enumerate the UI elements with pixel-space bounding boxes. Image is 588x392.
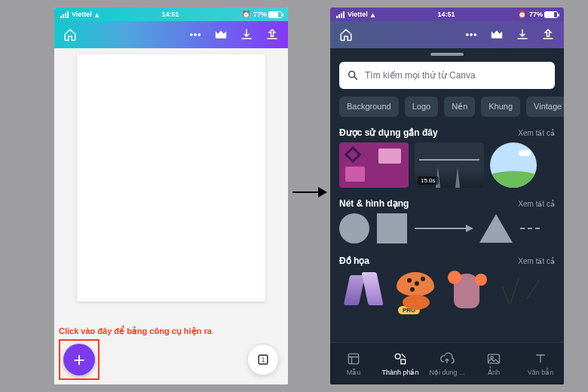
wifi-icon	[95, 11, 99, 19]
photo-icon	[486, 351, 501, 366]
graphic-item[interactable]	[445, 271, 492, 313]
annotation-text: Click vào đây để bảng công cụ hiện ra	[59, 326, 212, 336]
crown-icon[interactable]	[490, 28, 504, 41]
shape-dashed-line[interactable]	[520, 228, 540, 229]
tab-background[interactable]: Background	[339, 96, 399, 117]
svg-point-2	[198, 34, 201, 36]
section-shapes-head: Nét & hình dạng Xem tất cả	[330, 195, 564, 213]
elements-icon	[393, 351, 408, 366]
recent-item-video[interactable]: 15.0s	[415, 142, 484, 188]
nav-photos[interactable]: Ảnh	[470, 343, 517, 384]
share-icon[interactable]	[265, 28, 279, 41]
battery-icon	[268, 11, 282, 18]
plus-icon: +	[73, 348, 84, 372]
shapes-strip	[330, 213, 564, 253]
signal-icon	[336, 11, 345, 18]
tab-logo[interactable]: Logo	[405, 96, 438, 117]
download-icon[interactable]	[240, 28, 253, 41]
section-shapes-title: Nét & hình dạng	[339, 198, 409, 209]
nav-label: Nội dung ...	[429, 369, 464, 376]
section-graphics-title: Đồ họa	[339, 256, 369, 266]
nav-label: Ảnh	[488, 369, 500, 376]
battery-icon	[544, 11, 558, 18]
pro-badge: PRO	[398, 306, 420, 314]
alarm-icon: ⏰	[242, 11, 250, 18]
search-input[interactable]: Tìm kiếm mọi thứ từ Canva	[339, 62, 555, 89]
nav-text[interactable]: Văn bản	[517, 343, 564, 384]
shape-square[interactable]	[377, 213, 407, 243]
canvas-area: Click vào đây để bảng công cụ hiện ra + …	[54, 48, 288, 384]
shapes-see-all[interactable]: Xem tất cả	[518, 200, 555, 208]
video-duration: 15.0s	[418, 176, 439, 185]
nav-elements[interactable]: Thành phần	[377, 343, 424, 384]
section-graphics-head: Đồ họa Xem tất cả	[330, 253, 564, 271]
svg-rect-9	[348, 354, 358, 363]
cloud-upload-icon	[439, 351, 455, 366]
home-icon[interactable]	[63, 28, 77, 41]
signal-icon	[60, 11, 69, 18]
recent-strip: 15.0s	[330, 142, 564, 195]
svg-point-5	[466, 34, 468, 36]
svg-point-7	[474, 34, 476, 36]
nav-templates[interactable]: Mẫu	[330, 343, 377, 384]
section-recent-head: Được sử dụng gần đây Xem tất cả	[330, 124, 564, 142]
recent-item[interactable]	[490, 142, 537, 188]
svg-point-6	[470, 34, 473, 36]
page-count-button[interactable]: 1	[247, 344, 279, 375]
nav-label: Mẫu	[347, 369, 361, 376]
svg-point-0	[190, 34, 192, 36]
clock: 14:51	[161, 11, 179, 18]
recent-item[interactable]	[339, 142, 409, 188]
more-icon[interactable]	[464, 28, 478, 41]
alarm-icon: ⏰	[518, 11, 526, 18]
graphic-item[interactable]	[498, 271, 538, 313]
graphics-strip: PRO	[330, 271, 564, 320]
elements-panel: Tìm kiếm mọi thứ từ Canva Background Log…	[330, 48, 564, 384]
drag-handle[interactable]	[430, 53, 464, 56]
app-bar	[330, 21, 564, 48]
tab-vintage[interactable]: Vintage	[526, 96, 564, 117]
shape-triangle[interactable]	[479, 214, 513, 243]
bottom-nav: Mẫu Thành phần Nội dung ... Ảnh Văn bản	[330, 342, 564, 384]
add-button[interactable]: +	[63, 344, 95, 375]
search-icon	[347, 69, 359, 81]
svg-point-10	[395, 354, 400, 359]
graphic-item-pro[interactable]: PRO	[392, 271, 439, 313]
app-bar	[54, 21, 288, 48]
nav-label: Văn bản	[528, 369, 554, 376]
home-icon[interactable]	[339, 28, 353, 41]
shape-arrow-line[interactable]	[415, 228, 472, 229]
nav-label: Thành phần	[381, 369, 418, 376]
carrier-label: Viettel	[348, 11, 368, 18]
phone-panel: Viettel 14:51 ⏰ 77% Tìm kiếm mọi thứ từ …	[330, 8, 564, 384]
section-recent-title: Được sử dụng gần đây	[339, 127, 438, 138]
share-icon[interactable]	[541, 28, 555, 41]
more-icon[interactable]	[188, 28, 202, 41]
recent-see-all[interactable]: Xem tất cả	[518, 129, 555, 137]
clock: 14:51	[437, 11, 455, 18]
graphic-item[interactable]	[339, 271, 386, 313]
graphics-see-all[interactable]: Xem tất cả	[518, 257, 555, 265]
download-icon[interactable]	[516, 28, 529, 41]
search-placeholder: Tìm kiếm mọi thứ từ Canva	[365, 70, 476, 81]
category-tabs: Background Logo Nền Khung Vintage	[330, 96, 564, 124]
carrier-label: Viettel	[72, 11, 92, 18]
text-icon	[533, 351, 548, 366]
wifi-icon	[371, 11, 375, 19]
crown-icon[interactable]	[214, 28, 228, 41]
nav-uploads[interactable]: Nội dung ...	[424, 343, 470, 384]
battery-pct: 77%	[253, 11, 267, 18]
battery-pct: 77%	[529, 11, 543, 18]
status-bar: Viettel 14:51 ⏰ 77%	[330, 8, 564, 21]
svg-rect-11	[401, 360, 406, 364]
design-canvas[interactable]	[77, 54, 265, 302]
phone-editor: Viettel 14:51 ⏰ 77% Click vào đây để bản…	[54, 8, 288, 384]
tab-nen[interactable]: Nền	[444, 96, 475, 117]
flow-arrow-icon	[292, 191, 326, 193]
svg-point-1	[194, 34, 197, 36]
svg-point-8	[349, 72, 355, 78]
templates-icon	[346, 351, 361, 366]
shape-circle[interactable]	[339, 213, 369, 243]
tab-khung[interactable]: Khung	[481, 96, 520, 117]
svg-text:1: 1	[262, 356, 265, 363]
